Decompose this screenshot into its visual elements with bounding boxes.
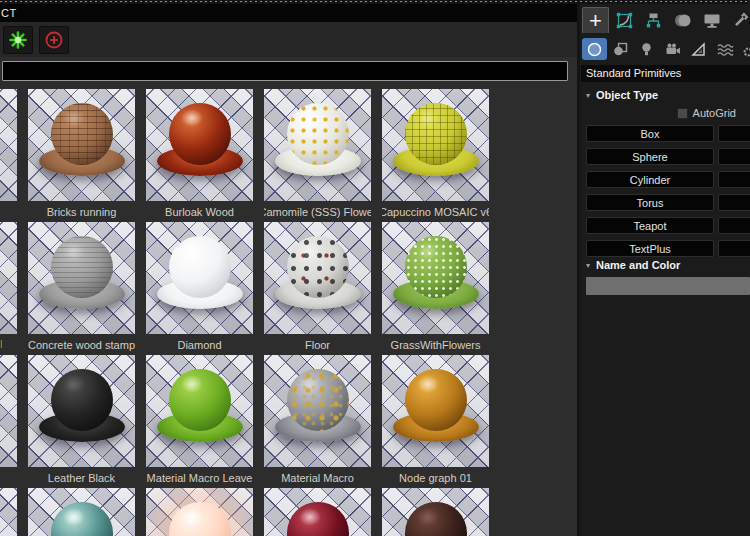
material-preview-clipped[interactable]: [0, 488, 17, 536]
circle-icon: [586, 41, 603, 58]
object-button-cylinder[interactable]: Cylinder: [586, 171, 714, 188]
material-tile[interactable]: Camomile (SSS) Flower: [264, 89, 371, 222]
add-button[interactable]: [39, 26, 69, 54]
modify-bend-icon: [615, 11, 634, 30]
material-sphere: [169, 369, 231, 431]
material-grid-area: l Bricks runningBurloak WoodCamomile (SS…: [0, 85, 577, 536]
material-preview: [264, 488, 371, 536]
material-preview-clipped[interactable]: [0, 89, 17, 201]
object-button-teapot[interactable]: Teapot: [586, 217, 714, 234]
category-shapes[interactable]: [608, 38, 633, 60]
category-lights[interactable]: [634, 38, 659, 60]
material-tile[interactable]: Bricks running: [28, 89, 135, 222]
tab-create[interactable]: +: [582, 7, 609, 33]
material-label-clipped: [0, 467, 17, 488]
material-sphere: [51, 369, 113, 431]
autogrid-label: AutoGrid: [693, 107, 736, 119]
tab-utilities[interactable]: [727, 7, 750, 33]
primitives-dropdown[interactable]: Standard Primitives: [581, 65, 750, 82]
material-sphere: [169, 502, 231, 536]
lightbulb-icon: [638, 41, 655, 58]
material-preview: [382, 488, 489, 536]
material-tile[interactable]: [146, 488, 253, 536]
material-tile[interactable]: Burloak Wood: [146, 89, 253, 222]
material-label-clipped: l: [0, 334, 17, 355]
material-sphere: [405, 103, 467, 165]
wrench-icon: [731, 11, 750, 30]
object-button-sphere[interactable]: Sphere: [586, 148, 714, 165]
command-panel: +: [580, 4, 750, 536]
autogrid-checkbox[interactable]: [677, 108, 688, 119]
material-grid: Bricks runningBurloak WoodCamomile (SSS)…: [28, 89, 508, 536]
search-input[interactable]: [2, 61, 568, 81]
plus-icon: +: [589, 11, 602, 31]
object-button-box[interactable]: Box: [586, 125, 714, 142]
material-sphere: [405, 502, 467, 536]
camera-icon: [664, 41, 682, 58]
material-tile[interactable]: Node graph 01: [382, 355, 489, 488]
object-button-clipped[interactable]: [718, 148, 750, 165]
material-tile[interactable]: Material Macro: [264, 355, 371, 488]
rollout-title: Object Type: [596, 89, 658, 101]
material-preview: [264, 89, 371, 201]
favorite-button[interactable]: [3, 26, 33, 54]
material-preview: [382, 222, 489, 334]
gears-icon: [742, 41, 750, 58]
object-type-buttons: BoxSphereCylinderTorusTeapotTextPlus: [586, 125, 750, 263]
chevron-down-icon: ▾: [586, 261, 590, 270]
material-tile[interactable]: Leather Black: [28, 355, 135, 488]
material-sphere: [287, 103, 349, 165]
material-label: Diamond: [146, 334, 253, 355]
shapes-icon: [612, 41, 629, 58]
material-sphere: [51, 236, 113, 298]
material-tile[interactable]: Floor: [264, 222, 371, 355]
material-label: Material Macro Leave: [146, 467, 253, 488]
waves-icon: [716, 41, 734, 58]
material-tile[interactable]: [264, 488, 371, 536]
category-cameras[interactable]: [660, 38, 685, 60]
material-tile[interactable]: Concrete wood stamp: [28, 222, 135, 355]
rollout-name-and-color[interactable]: ▾ Name and Color: [586, 259, 680, 271]
category-helpers[interactable]: [686, 38, 711, 60]
green-starburst-icon: [9, 31, 27, 49]
category-geometry[interactable]: [582, 38, 607, 60]
clipped-material-column: l: [0, 89, 17, 536]
tab-hierarchy[interactable]: [640, 7, 667, 33]
material-label-clipped: [0, 201, 17, 222]
material-tile[interactable]: [28, 488, 135, 536]
material-tile[interactable]: Material Macro Leave: [146, 355, 253, 488]
material-sphere: [287, 502, 349, 536]
material-label: Burloak Wood: [146, 201, 253, 222]
object-button-clipped[interactable]: [718, 125, 750, 142]
material-preview-clipped[interactable]: [0, 355, 17, 467]
tab-modify[interactable]: [611, 7, 638, 33]
rollout-object-type[interactable]: ▾ Object Type: [586, 89, 658, 101]
material-tile[interactable]: Diamond: [146, 222, 253, 355]
material-tile[interactable]: Capuccino MOSAIC v6: [382, 89, 489, 222]
object-button-textplus[interactable]: TextPlus: [586, 240, 714, 257]
material-tile[interactable]: GrassWithFlowers: [382, 222, 489, 355]
category-space-warps[interactable]: [712, 38, 737, 60]
chevron-down-icon: ▾: [586, 91, 590, 100]
create-category-row: [582, 36, 750, 62]
material-sphere: [405, 236, 467, 298]
display-monitor-icon: [702, 11, 722, 30]
material-preview: [146, 89, 253, 201]
material-label: Material Macro: [264, 467, 371, 488]
tab-display[interactable]: [698, 7, 725, 33]
material-preview: [146, 355, 253, 467]
category-systems[interactable]: [738, 38, 750, 60]
material-preview: [28, 488, 135, 536]
material-preview: [264, 355, 371, 467]
object-button-clipped[interactable]: [718, 194, 750, 211]
tab-motion[interactable]: [669, 7, 696, 33]
object-name-field[interactable]: [586, 277, 750, 295]
object-button-torus[interactable]: Torus: [586, 194, 714, 211]
material-preview-clipped[interactable]: [0, 222, 17, 334]
object-button-clipped[interactable]: [718, 240, 750, 257]
material-sphere: [51, 103, 113, 165]
object-button-clipped[interactable]: [718, 171, 750, 188]
object-button-clipped[interactable]: [718, 217, 750, 234]
material-label: Floor: [264, 334, 371, 355]
material-tile[interactable]: [382, 488, 489, 536]
